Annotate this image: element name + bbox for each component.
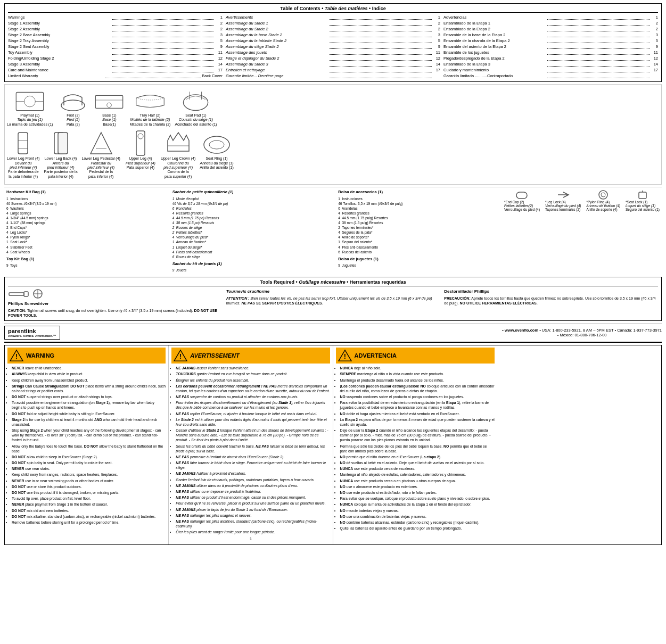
table-of-contents: Table of Contents • Table des matières •… (4, 3, 662, 82)
upper-leg-crown-icon (162, 130, 194, 156)
toc-row: Ensamble de los juguetes11 (443, 50, 658, 56)
tool-name-fr: Tournevis cruciforme (226, 288, 440, 294)
part-label: Seat Ring (1)Anneau du siège (1)Anillo d… (200, 156, 233, 170)
toc-row: Plegado/desplegado de la Etapa 212 (443, 56, 658, 62)
svg-text:!: ! (179, 353, 182, 361)
svg-marker-18 (91, 133, 112, 154)
svg-point-23 (204, 136, 229, 153)
toc-col-french: Avertissements1 Assemblage du Stade 12 A… (226, 15, 440, 79)
warning-header-es: ! ADVERTENCIA (336, 348, 495, 364)
svg-rect-7 (96, 95, 123, 108)
toc-row: Ensamble del asiento de la Etapa 29 (443, 44, 658, 50)
svg-point-4 (61, 100, 85, 111)
part-label: Foot (2)Pied (2)Pata (2) (67, 113, 80, 127)
parts-section: Playmat (1)Tapis du jeu (1)La manta de a… (4, 84, 662, 185)
svg-rect-17 (58, 133, 68, 154)
lower-leg-pedestal-icon (85, 130, 117, 156)
footer-contact: • www.evenflo.com • USA: 1-800-233-5921,… (502, 328, 662, 337)
svg-rect-13 (18, 133, 28, 154)
svg-text:!: ! (15, 353, 18, 361)
tool-name-en: Phillips Screwdriver (8, 301, 222, 307)
svg-rect-30 (9, 293, 24, 295)
svg-rect-25 (516, 192, 527, 199)
toc-row: Garantie limitée... Dernière page (226, 73, 440, 79)
toc-row: Ensamblado de la Etapa 12 (443, 21, 658, 27)
toc-row: Assemblage du Stade 314 (226, 62, 440, 68)
lower-leg-front-icon (7, 130, 39, 156)
part-upper-leg: Upper Leg (4)Pied supérieur (4)Pata supe… (125, 130, 157, 170)
warning-title-es: ADVERTENCIA (355, 352, 397, 360)
svg-point-26 (599, 191, 607, 199)
toc-row: Folding/Unfolding Stage 212 (8, 56, 223, 62)
playmat-icon (14, 87, 46, 113)
hardware-title-en: Hardware Kit Bag (1) (6, 189, 168, 195)
part-playmat: Playmat (1)Tapis du jeu (1)La manta de a… (7, 87, 53, 127)
part-foot: Foot (2)Pied (2)Pata (2) (57, 87, 89, 127)
svg-text:!: ! (343, 353, 346, 361)
toc-row: Warnings1 (8, 15, 223, 21)
toc-row: Ensamble de la base de la Etapa 23 (443, 32, 658, 38)
toc-row: Ensamble de la charola de la Etapa 25 (443, 38, 658, 44)
hardware-title-fr: Sachet de petite quincaillerie (1) (172, 189, 334, 195)
hardware-title-es: Bolsa de accesorios (1) (338, 189, 500, 195)
warning-panel-english: ! WARNING NEVER leave child unattended. … (5, 345, 169, 544)
warning-panel-french: ! AVERTISSEMENT NE JAMAIS laisser l'enfa… (169, 345, 333, 544)
toc-row: Ensamblado de la Etapa 22 (443, 27, 658, 32)
lower-leg-back-icon (45, 130, 77, 156)
warning-list-en: NEVER leave child unattended. ALWAYS kee… (7, 366, 166, 525)
svg-rect-31 (24, 292, 28, 296)
hardware-section: Hardware Kit Bag (1) 1 Instructions 46 S… (4, 187, 662, 275)
hardware-col-spanish: Bolsa de accesorios (1) 1 Instrucciones … (338, 189, 500, 273)
toc-row: Stage 2 Base Assembly3 (8, 32, 223, 38)
part-lower-leg-back: Lower Leg Back (4)Arrière dupied inférie… (44, 130, 77, 179)
toc-row: Stage 2 Seat Assembly9 (8, 44, 223, 50)
tool-screwdriver-es: Destornillador Phillips PRECAUCIÓN: Apri… (444, 288, 658, 318)
svg-point-21 (138, 134, 143, 139)
tool-name-es: Destornillador Phillips (444, 288, 658, 294)
tool-screwdriver-fr: Tournevis cruciforme ATTENTION : Bien se… (226, 288, 440, 318)
toc-row: Pliage et dépliagor du Stade 212 (226, 56, 440, 62)
toc-row: Avertissements1 (226, 15, 440, 21)
toc-columns: Warnings1 Stage 1 Assembly2 Stage 2 Asse… (8, 15, 658, 79)
part-label: Tray Half (2)Moitiés de la tablette (2)M… (129, 113, 170, 127)
part-seat-ring: Seat Ring (1)Anneau du siège (1)Anillo d… (200, 130, 233, 170)
warning-header-fr: ! AVERTISSEMENT (171, 348, 330, 364)
toc-row: Limited WarrantyBack Cover (8, 73, 223, 79)
part-base: Base (1)Base (1)Base(1) (93, 87, 125, 127)
toc-row: Assemblage du Stade 12 (226, 21, 440, 27)
warning-title-fr: AVERTISSEMENT (190, 352, 240, 360)
tool-screwdriver-en: Phillips Screwdriver CAUTION: Tighten al… (8, 288, 222, 318)
part-upper-leg-crown: Upper Leg Crown (4)Couronne dupied supér… (161, 130, 195, 179)
svg-point-9 (107, 103, 112, 108)
svg-point-27 (601, 193, 605, 197)
seat-ring-icon (201, 130, 233, 156)
tools-grid: Phillips Screwdriver CAUTION: Tighten al… (8, 288, 658, 318)
toc-row: Assemblage du Stade 22 (226, 27, 440, 32)
part-lower-leg-pedestal: Lower Leg Pedestal (4)Piédestal dupied i… (82, 130, 120, 179)
toc-row: Advertencias1 (443, 15, 658, 21)
parentlink-logo: parentlink Answers. Advice. Affirmation.… (4, 326, 60, 340)
warnings-container: ! WARNING NEVER leave child unattended. … (4, 345, 662, 545)
toc-row: Stage 2 Assembly2 (8, 27, 223, 32)
part-lower-leg-front: Lower Leg Front (4)Devant dupied inférie… (7, 130, 39, 179)
seat-pad-icon (180, 87, 212, 113)
hardware-col-english: Hardware Kit Bag (1) 1 Instructions 46 S… (6, 189, 168, 273)
toc-col-spanish: Advertencias1 Ensamblado de la Etapa 12 … (443, 15, 658, 79)
upper-leg-icon (125, 130, 157, 156)
svg-point-10 (183, 95, 208, 111)
toc-row: Stage 1 Assembly2 (8, 21, 223, 27)
toc-row: Assemblage des jouets11 (226, 50, 440, 56)
toc-row: Cuidado y mantenimiento17 (443, 68, 658, 73)
tray-icon (134, 87, 166, 113)
tools-title: Tools Required • Outillage nécessaire • … (8, 279, 658, 286)
hardware-small-items: *End Cap (2)Petites tablettes(2)Verrouil… (504, 189, 660, 273)
svg-point-1 (24, 96, 36, 107)
svg-point-24 (209, 141, 224, 149)
part-label: Lower Leg Back (4)Arrière dupied inférie… (44, 156, 77, 179)
part-label: Lower Leg Front (4)Devant dupied inférie… (7, 156, 39, 179)
part-tray: Tray Half (2)Moitiés de la tablette (2)M… (129, 87, 170, 127)
part-label: Upper Leg Crown (4)Couronne dupied supér… (161, 156, 195, 179)
toc-row: Stage 3 Assembly14 (8, 62, 223, 68)
part-label: Playmat (1)Tapis du jeu (1)La manta de a… (7, 113, 53, 127)
toc-row: Entretien et nettoyage17 (226, 68, 440, 73)
